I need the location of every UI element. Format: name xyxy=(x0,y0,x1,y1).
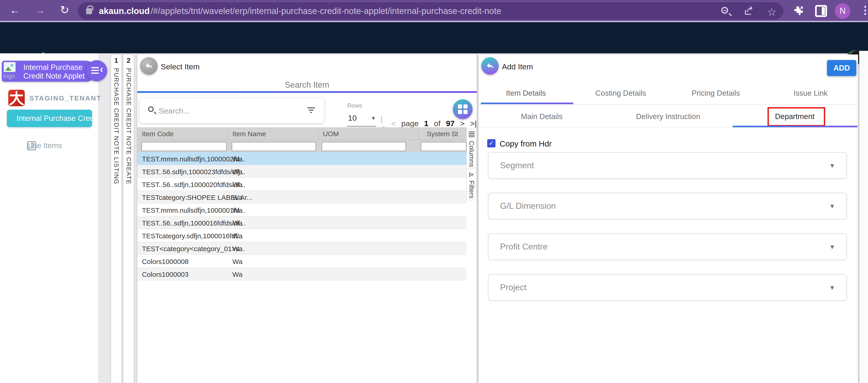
subtab-delivery-instruction[interactable]: Delivery Instruction xyxy=(605,112,731,121)
active-tab-underline xyxy=(137,91,477,93)
tabs-divider xyxy=(478,104,858,105)
table-row[interactable]: TEST..56.sdfjn,1000023fdfds/df]...Wa xyxy=(137,165,466,178)
table-row[interactable]: TEST..56..sdfjn,1000016fdfds/df...Wa xyxy=(137,216,466,229)
tab-issue-link[interactable]: Issue Link xyxy=(763,89,858,98)
subtab-main-details[interactable]: Main Details xyxy=(478,112,605,121)
back-arrow-icon xyxy=(486,62,494,70)
tab-item-details[interactable]: Item Details xyxy=(478,89,573,98)
table-row[interactable]: TEST<category<category_01>s...Wa xyxy=(137,242,466,255)
rows-label: Rows xyxy=(347,102,362,109)
chevron-left-icon: ‹ xyxy=(100,63,103,75)
search-input[interactable] xyxy=(159,103,287,119)
rows-per-page-select[interactable]: 10 xyxy=(348,114,357,123)
gl-dimension-dropdown[interactable]: G/L Dimension ▼ xyxy=(488,193,847,219)
panel-title: Select Item xyxy=(161,62,200,71)
active-tab-underline xyxy=(481,102,573,104)
rows-caret-icon[interactable]: ▼ xyxy=(371,116,376,121)
broken-image-icon: logo xyxy=(3,62,20,81)
tab-costing-details[interactable]: Costing Details xyxy=(573,89,668,98)
lock-icon xyxy=(86,8,92,14)
rows-select-underline xyxy=(347,126,376,127)
profit-centre-dropdown[interactable]: Profit Centre ▼ xyxy=(488,233,847,260)
bookmark-star-icon[interactable]: ☆ xyxy=(767,6,776,18)
filter-item-code-input[interactable] xyxy=(142,142,227,151)
project-dropdown[interactable]: Project ▼ xyxy=(488,274,847,301)
applet-banner[interactable]: logo Internal Purchase Credit Note Apple… xyxy=(2,61,96,82)
sidebar-item-line-items[interactable]: Line Items xyxy=(0,137,99,154)
table-row[interactable]: TESTcategory.sdfjn,1000016fdf...Wa xyxy=(137,229,466,242)
table-row[interactable]: Colors1000008Wa xyxy=(137,255,466,267)
share-icon[interactable] xyxy=(744,6,754,17)
sidebar-item-internal-purchase-credit[interactable]: Internal Purchase Cred xyxy=(7,110,92,127)
back-arrow-icon xyxy=(145,62,153,70)
grid-view-button[interactable] xyxy=(453,99,472,119)
grid-icon xyxy=(458,104,468,114)
tab-search-item[interactable]: Search Item xyxy=(137,80,477,90)
hamburger-icon xyxy=(91,67,99,75)
panel-title: Add Item xyxy=(502,62,533,71)
search-icon xyxy=(148,106,154,112)
sidebar: logo Internal Purchase Credit Note Apple… xyxy=(0,53,99,383)
last-page-button[interactable]: >| xyxy=(470,119,477,128)
columns-side-tab[interactable]: Columns xyxy=(466,128,477,168)
checkmark-icon: ✓ xyxy=(489,140,494,147)
table-row[interactable]: TEST..56..sdfjn,1000020fdfds/df...Wa xyxy=(137,178,466,191)
table-filter-row xyxy=(137,140,466,153)
current-page: 1 xyxy=(424,119,428,128)
url-path: /#/applets/tnt/wavelet/erp/internal-purc… xyxy=(151,6,501,16)
total-pages: 97 xyxy=(446,119,455,128)
table-row[interactable]: TEST.mmm.nullsdfjn,1000002fd...Wa xyxy=(137,152,466,165)
page-scrollbar[interactable] xyxy=(859,51,868,383)
zoom-out-icon[interactable] xyxy=(721,7,728,14)
screen: ← → ↻ akaun.cloud /#/applets/tnt/wavelet… xyxy=(0,0,868,383)
chevron-down-icon: ▼ xyxy=(829,284,835,291)
subtabs-divider xyxy=(478,127,858,128)
copy-from-hdr-checkbox[interactable]: ✓ xyxy=(487,139,495,148)
browser-forward-icon[interactable]: → xyxy=(35,4,45,16)
tab-pricing-details[interactable]: Pricing Details xyxy=(668,89,763,98)
filter-list-icon[interactable] xyxy=(308,107,315,114)
chevron-down-icon: ▼ xyxy=(829,203,835,210)
filters-side-tab[interactable]: Filters xyxy=(466,169,477,200)
table-header: Item Code Item Name UOM System St xyxy=(137,127,466,140)
col-uom[interactable]: UOM xyxy=(323,130,339,138)
table-row[interactable]: TESTcategory:SHOPEE LABEL Ar...Wa xyxy=(137,191,466,203)
table-row[interactable]: Colors1000003Wa xyxy=(137,267,466,281)
extensions-puzzle-icon[interactable] xyxy=(793,5,805,17)
prev-page-button[interactable]: < xyxy=(391,119,396,128)
address-bar[interactable]: akaun.cloud /#/applets/tnt/wavelet/erp/i… xyxy=(78,2,783,20)
browser-menu-dots-icon[interactable]: ⋮ xyxy=(860,4,868,16)
back-button[interactable] xyxy=(481,57,499,75)
browser-profile-avatar[interactable]: N xyxy=(835,3,850,19)
filter-item-name-input[interactable] xyxy=(232,142,316,151)
filter-uom-input[interactable] xyxy=(322,142,406,151)
table-row[interactable]: TEST.mmm.nullsdfjn,1000001fd...Wa xyxy=(137,203,466,216)
add-button[interactable]: ADD xyxy=(827,60,856,76)
tenant-row[interactable]: STAGING_TENANT xyxy=(0,89,99,107)
of-label: of xyxy=(434,119,440,128)
col-item-code[interactable]: Item Code xyxy=(142,130,174,138)
panel-tab-purchase-credit-note-create[interactable]: 2 PURCHASE CREDIT NOTE CREATE xyxy=(123,55,134,383)
page-label: page xyxy=(401,119,419,128)
url-domain: akaun.cloud xyxy=(99,6,150,16)
applet-title: Internal Purchase Credit Note Applet xyxy=(23,63,85,81)
copy-from-hdr-label: Copy from Hdr xyxy=(500,139,552,148)
col-system-status[interactable]: System St xyxy=(427,130,458,138)
funnel-icon xyxy=(469,172,475,178)
filter-system-status-input[interactable] xyxy=(421,142,466,151)
chevron-down-icon: ▼ xyxy=(829,162,835,169)
back-button[interactable] xyxy=(140,57,157,75)
browser-back-icon[interactable]: ← xyxy=(10,4,20,16)
browser-toolbar: ← → ↻ akaun.cloud /#/applets/tnt/wavelet… xyxy=(0,0,868,22)
panel-tab-purchase-credit-note-listing[interactable]: 1 PURCHASE CREDIT NOTE LISTING xyxy=(111,55,122,383)
col-item-name[interactable]: Item Name xyxy=(232,130,266,138)
active-subtab-underline xyxy=(733,126,858,127)
columns-handle-icon xyxy=(469,132,475,138)
segment-dropdown[interactable]: Segment ▼ xyxy=(488,152,847,179)
tenant-logo-icon xyxy=(8,90,25,106)
search-box[interactable] xyxy=(140,98,324,123)
next-page-button[interactable]: > xyxy=(460,119,465,128)
browser-refresh-icon[interactable]: ↻ xyxy=(60,4,69,16)
collapse-menu-button[interactable]: ‹ xyxy=(86,60,107,81)
side-panel-icon[interactable] xyxy=(815,5,827,17)
